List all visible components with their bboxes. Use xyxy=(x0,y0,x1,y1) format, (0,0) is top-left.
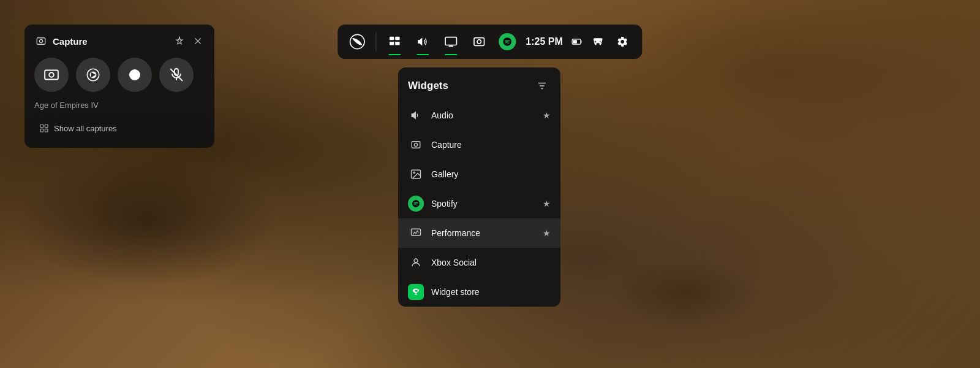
widget-item-xbox-social[interactable]: Xbox Social xyxy=(398,248,560,277)
social-topbar-icon[interactable] xyxy=(385,32,404,52)
performance-widget-label: Performance xyxy=(431,228,535,238)
capture-panel: Capture xyxy=(24,25,214,148)
controller-icon xyxy=(592,36,605,48)
audio-widget-label: Audio xyxy=(431,110,535,120)
xbox-logo-icon[interactable] xyxy=(347,32,367,52)
record-button[interactable] xyxy=(118,58,152,92)
svg-marker-5 xyxy=(418,38,422,46)
widget-item-audio[interactable]: Audio ★ xyxy=(398,101,560,130)
widget-item-performance[interactable]: Performance ★ xyxy=(398,218,560,248)
performance-widget-icon xyxy=(408,225,424,241)
monitor-topbar-icon[interactable] xyxy=(441,32,461,52)
svg-rect-3 xyxy=(390,42,394,45)
xbox-social-widget-label: Xbox Social xyxy=(431,258,551,267)
svg-rect-29 xyxy=(45,125,48,128)
svg-point-16 xyxy=(601,42,601,42)
svg-marker-35 xyxy=(412,112,415,119)
capture-panel-header: Capture xyxy=(34,34,205,48)
svg-rect-17 xyxy=(37,38,45,45)
svg-point-37 xyxy=(414,143,417,146)
svg-rect-4 xyxy=(395,42,399,45)
record-clip-button[interactable] xyxy=(76,58,110,92)
audio-widget-icon xyxy=(408,107,424,123)
capture-widget-icon xyxy=(408,137,424,153)
record-dot xyxy=(129,69,140,80)
topbar-divider-1 xyxy=(375,33,376,51)
time-display: 1:25 PM xyxy=(526,36,562,47)
capture-panel-title: Capture xyxy=(53,36,88,47)
widget-item-capture[interactable]: Capture xyxy=(398,130,560,159)
spotify-widget-icon xyxy=(408,196,424,212)
svg-rect-9 xyxy=(474,38,484,46)
svg-point-41 xyxy=(414,259,418,263)
capture-widget-label: Capture xyxy=(431,140,551,150)
settings-icon[interactable] xyxy=(613,32,633,52)
svg-rect-31 xyxy=(45,129,48,132)
svg-point-22 xyxy=(49,72,54,77)
gallery-widget-label: Gallery xyxy=(431,169,551,179)
widget-store-icon xyxy=(408,284,424,300)
gallery-widget-icon xyxy=(408,166,424,182)
audio-topbar-icon[interactable] xyxy=(413,32,432,52)
svg-rect-36 xyxy=(412,142,420,148)
topbar: 1:25 PM xyxy=(337,25,642,59)
widgets-filter-icon[interactable] xyxy=(533,77,551,94)
xbox-social-widget-icon xyxy=(408,255,424,270)
capture-header-actions xyxy=(173,34,205,48)
svg-rect-28 xyxy=(40,125,43,128)
svg-rect-2 xyxy=(395,37,399,40)
widgets-panel: Widgets Audio ★ Capture xyxy=(398,67,560,307)
capture-title-group: Capture xyxy=(34,34,88,48)
svg-rect-21 xyxy=(45,70,58,79)
svg-point-39 xyxy=(413,172,415,173)
svg-rect-12 xyxy=(573,40,578,44)
audio-star[interactable]: ★ xyxy=(543,110,551,120)
battery-icon xyxy=(571,36,584,48)
capture-topbar-icon[interactable] xyxy=(469,32,489,52)
widget-store-label: Widget store xyxy=(431,287,551,297)
svg-point-10 xyxy=(477,40,481,44)
mute-mic-button[interactable] xyxy=(159,58,194,92)
spotify-widget-label: Spotify xyxy=(431,199,535,209)
spotify-star[interactable]: ★ xyxy=(543,199,551,209)
show-all-captures-button[interactable]: Show all captures xyxy=(34,118,205,138)
pin-icon[interactable] xyxy=(173,34,186,48)
screenshot-button[interactable] xyxy=(34,58,69,92)
widgets-title: Widgets xyxy=(408,80,448,92)
spotify-topbar-icon[interactable] xyxy=(497,32,517,52)
game-name: Age of Empires IV xyxy=(34,101,205,110)
svg-rect-6 xyxy=(445,37,456,45)
svg-point-15 xyxy=(600,41,601,42)
widget-item-spotify[interactable]: Spotify ★ xyxy=(398,189,560,218)
svg-rect-30 xyxy=(40,129,43,132)
svg-rect-40 xyxy=(412,229,421,236)
widget-item-gallery[interactable]: Gallery xyxy=(398,159,560,189)
svg-point-18 xyxy=(39,39,42,42)
widget-item-widget-store[interactable]: Widget store xyxy=(398,277,560,307)
capture-controls xyxy=(34,58,205,92)
widgets-header: Widgets xyxy=(398,67,560,101)
close-icon[interactable] xyxy=(191,34,205,48)
svg-rect-1 xyxy=(390,37,394,40)
performance-star[interactable]: ★ xyxy=(543,228,551,238)
show-captures-label: Show all captures xyxy=(54,124,117,133)
capture-panel-icon xyxy=(34,34,48,48)
